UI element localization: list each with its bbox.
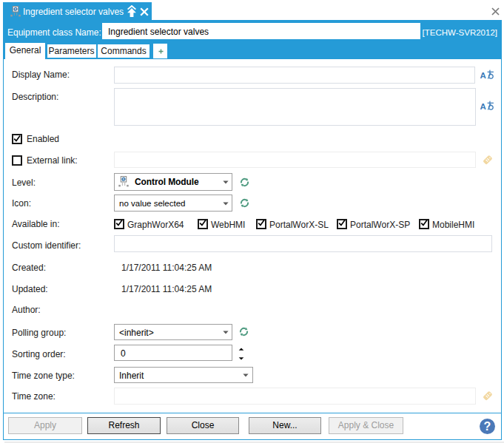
svg-text:A: A [480, 102, 486, 111]
svg-text:A: A [480, 71, 486, 80]
